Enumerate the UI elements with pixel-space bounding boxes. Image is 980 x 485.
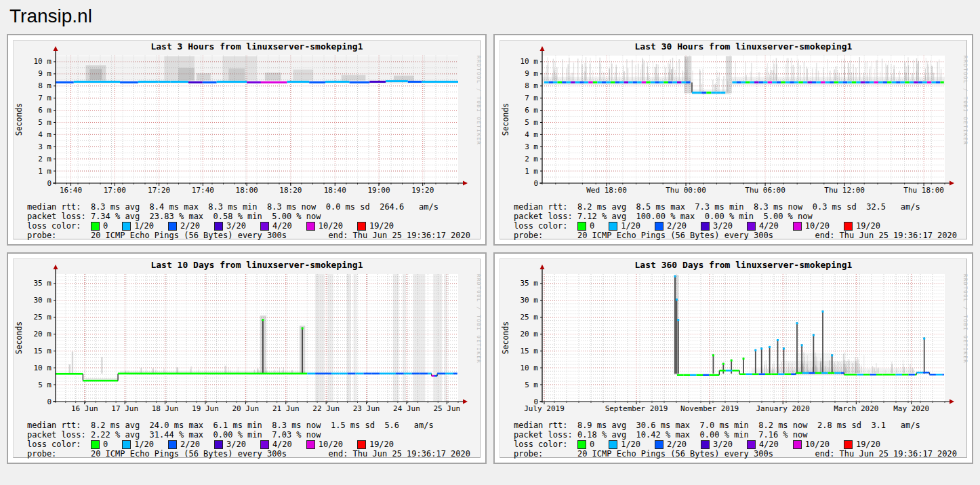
legend-swatch xyxy=(214,440,223,449)
legend-swatch xyxy=(91,440,100,449)
probe-row: probe: 20 ICMP Echo Pings (56 Bytes) eve… xyxy=(514,449,966,459)
svg-text:July 2019: July 2019 xyxy=(524,404,565,413)
svg-text:18:40: 18:40 xyxy=(324,186,346,195)
svg-text:18:20: 18:20 xyxy=(279,186,302,195)
svg-text:22 Jun: 22 Jun xyxy=(312,404,340,413)
graph-stats: median rtt: 8.3 ms avg 8.4 ms max 8.3 ms… xyxy=(14,201,480,240)
graph-title: Last 30 Hours from linuxserver-smokeping… xyxy=(635,41,853,52)
end-timestamp: end: Thu Jun 25 19:36:17 2020 xyxy=(815,449,957,459)
probe-text: probe: 20 ICMP Echo Pings (56 Bytes) eve… xyxy=(27,449,287,459)
page-title: Transip.nl xyxy=(9,5,980,27)
svg-text:10 m: 10 m xyxy=(520,57,539,66)
svg-text:17 Jun: 17 Jun xyxy=(111,404,138,413)
legend-item-label: 19/20 xyxy=(369,440,394,449)
legend-label: loss color: xyxy=(27,440,91,449)
graph-panel: 01 m2 m3 m4 m5 m6 m7 m8 m9 m10 mWed 18:0… xyxy=(493,34,973,246)
probe-text: probe: 20 ICMP Echo Pings (56 Bytes) eve… xyxy=(27,231,287,240)
legend-item-label: 3/20 xyxy=(226,440,246,449)
svg-text:7 m: 7 m xyxy=(525,94,538,102)
svg-text:Wed 18:00: Wed 18:00 xyxy=(586,186,627,195)
rrdtool-watermark: RRDTOOL / TOBI OETIKER xyxy=(962,274,968,364)
legend-label: loss color: xyxy=(27,221,91,231)
graph-stats: median rtt: 8.2 ms avg 8.5 ms max 7.3 ms… xyxy=(500,201,966,240)
svg-text:20 Jun: 20 Jun xyxy=(232,404,259,413)
svg-text:Thu 18:00: Thu 18:00 xyxy=(903,186,944,195)
legend-swatch xyxy=(214,222,223,231)
svg-text:5 m: 5 m xyxy=(38,118,52,127)
svg-text:3 m: 3 m xyxy=(38,142,52,151)
rrdtool-watermark: RRDTOOL / TOBI OETIKER xyxy=(476,274,482,364)
legend-item-label: 4/20 xyxy=(272,440,292,449)
legend-item-label: 4/20 xyxy=(272,221,292,231)
packet-loss-row: packet loss: 0.18 % avg 10.42 % max 0.00… xyxy=(514,430,966,440)
rrdtool-graph: 01 m2 m3 m4 m5 m6 m7 m8 m9 m10 m16:4017:… xyxy=(14,41,483,201)
legend-swatch xyxy=(844,222,853,231)
svg-text:5 m: 5 m xyxy=(38,381,52,389)
smokeping-graph-link[interactable]: 05 m10 m15 m20 m25 m30 m35 mJuly 2019Sep… xyxy=(499,258,967,458)
legend-item-label: 10/20 xyxy=(805,221,830,231)
rrdtool-watermark: RRDTOOL / TOBI OETIKER xyxy=(476,56,482,145)
svg-text:9 m: 9 m xyxy=(525,69,538,78)
rrdtool-graph: 05 m10 m15 m20 m25 m30 m35 m16 Jun17 Jun… xyxy=(14,259,483,419)
svg-text:8 m: 8 m xyxy=(525,81,538,90)
legend-item-label: 19/20 xyxy=(856,221,880,231)
svg-text:30 m: 30 m xyxy=(34,296,52,305)
svg-text:May 2020: May 2020 xyxy=(893,404,929,413)
svg-text:Thu 06:00: Thu 06:00 xyxy=(745,186,785,195)
legend-swatch xyxy=(260,440,269,449)
svg-text:19:20: 19:20 xyxy=(411,186,434,195)
svg-text:5 m: 5 m xyxy=(525,381,538,389)
rrdtool-graph: 05 m10 m15 m20 m25 m30 m35 mJuly 2019Sep… xyxy=(500,259,969,419)
svg-text:21 Jun: 21 Jun xyxy=(272,404,300,413)
svg-text:6 m: 6 m xyxy=(525,106,538,115)
legend-swatch xyxy=(122,440,131,449)
graph-grid: 01 m2 m3 m4 m5 m6 m7 m8 m9 m10 m16:4017:… xyxy=(7,34,973,464)
smokeping-page: Transip.nl 01 m2 m3 m4 m5 m6 m7 m8 m9 m1… xyxy=(0,0,980,485)
legend-item-label: 1/20 xyxy=(134,221,154,231)
svg-text:35 m: 35 m xyxy=(520,279,539,288)
svg-text:5 m: 5 m xyxy=(525,118,538,127)
median-rtt-row: median rtt: 8.3 ms avg 8.4 ms max 8.3 ms… xyxy=(27,202,480,212)
svg-text:6 m: 6 m xyxy=(38,106,52,115)
smokeping-graph-link[interactable]: 01 m2 m3 m4 m5 m6 m7 m8 m9 m10 mWed 18:0… xyxy=(499,40,967,239)
graph-title: Last 10 Days from linuxserver-smokeping1 xyxy=(150,260,363,270)
legend-label: loss color: xyxy=(514,221,577,231)
legend-item-label: 2/20 xyxy=(667,440,687,449)
svg-text:4 m: 4 m xyxy=(38,130,52,139)
smokeping-graph-link[interactable]: 01 m2 m3 m4 m5 m6 m7 m8 m9 m10 m16:4017:… xyxy=(13,40,481,239)
legend-item-label: 0 xyxy=(103,440,108,449)
legend-item-label: 0 xyxy=(590,440,594,449)
svg-text:19 Jun: 19 Jun xyxy=(192,404,219,413)
graph-panel: 05 m10 m15 m20 m25 m30 m35 mJuly 2019Sep… xyxy=(493,252,973,464)
legend-item-label: 10/20 xyxy=(319,440,343,449)
graph-stats: median rtt: 8.9 ms avg 30.6 ms max 7.0 m… xyxy=(500,419,966,459)
graph-stats: median rtt: 8.2 ms avg 24.0 ms max 6.1 m… xyxy=(14,419,480,459)
smokeping-graph-link[interactable]: 05 m10 m15 m20 m25 m30 m35 m16 Jun17 Jun… xyxy=(13,258,481,458)
svg-text:0: 0 xyxy=(47,179,52,188)
svg-text:Thu 12:00: Thu 12:00 xyxy=(824,186,865,195)
median-rtt-row: median rtt: 8.9 ms avg 30.6 ms max 7.0 m… xyxy=(514,421,966,430)
legend-swatch xyxy=(793,222,802,231)
rrdtool-graph: 01 m2 m3 m4 m5 m6 m7 m8 m9 m10 mWed 18:0… xyxy=(500,41,969,201)
end-timestamp: end: Thu Jun 25 19:36:17 2020 xyxy=(815,231,957,240)
legend-swatch xyxy=(655,222,663,231)
legend-swatch xyxy=(655,440,663,449)
legend-swatch xyxy=(122,222,131,231)
svg-text:25 Jun: 25 Jun xyxy=(433,404,460,413)
median-rtt-row: median rtt: 8.2 ms avg 8.5 ms max 7.3 ms… xyxy=(514,202,966,212)
graph-title: Last 3 Hours from linuxserver-smokeping1 xyxy=(150,41,363,52)
legend-item-label: 4/20 xyxy=(759,221,779,231)
svg-text:0: 0 xyxy=(533,179,538,188)
median-rtt-row: median rtt: 8.2 ms avg 24.0 ms max 6.1 m… xyxy=(27,421,480,430)
legend-swatch xyxy=(168,222,177,231)
legend-swatch xyxy=(747,440,756,449)
svg-text:17:20: 17:20 xyxy=(148,186,170,195)
legend-swatch xyxy=(260,222,269,231)
y-axis-label: Seconds xyxy=(14,103,24,136)
probe-row: probe: 20 ICMP Echo Pings (56 Bytes) eve… xyxy=(27,231,480,240)
legend-item-label: 0 xyxy=(103,221,108,231)
loss-color-legend: loss color: 01/202/203/204/2010/2019/20 xyxy=(514,440,966,449)
legend-item-label: 3/20 xyxy=(226,221,246,231)
svg-text:18:00: 18:00 xyxy=(236,186,258,195)
legend-swatch xyxy=(306,440,315,449)
